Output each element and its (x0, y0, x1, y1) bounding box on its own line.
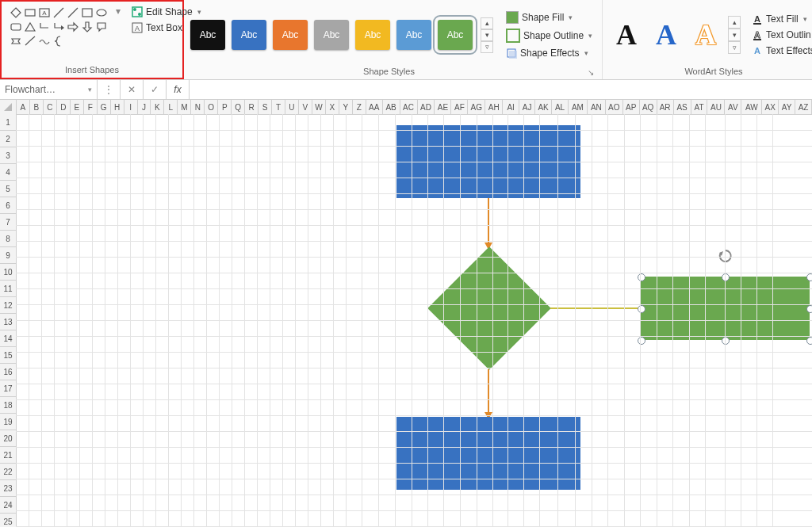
column-header-AN[interactable]: AN (588, 100, 606, 114)
column-header-Q[interactable]: Q (232, 100, 245, 114)
shape-gallery-item-ellipse[interactable] (95, 6, 108, 19)
wordart-style-1[interactable]: A (609, 16, 644, 54)
shape-gallery-item-wave[interactable] (38, 35, 51, 48)
shape-fill-button[interactable]: Shape Fill ▾ (503, 10, 596, 25)
formula-accept-button[interactable]: ✓ (144, 80, 167, 99)
row-header-17[interactable]: 17 (0, 380, 16, 397)
row-header-16[interactable]: 16 (0, 364, 16, 380)
column-header-O[interactable]: O (205, 100, 218, 114)
row-header-20[interactable]: 20 (0, 430, 16, 447)
column-header-AQ[interactable]: AQ (640, 100, 657, 114)
row-header-9[interactable]: 9 (0, 247, 16, 264)
shape-effects-button[interactable]: Shape Effects ▾ (503, 46, 596, 60)
shape-gallery-item-line[interactable] (67, 6, 79, 19)
wordart-scroll-down[interactable]: ▾ (728, 29, 741, 41)
row-header-2[interactable]: 2 (0, 131, 16, 147)
selection-handle-bl[interactable] (638, 337, 645, 345)
shape-gallery-item-curve[interactable] (24, 35, 36, 48)
shape-gallery-item-line[interactable] (52, 6, 65, 19)
row-header-25[interactable]: 25 (0, 514, 16, 527)
name-box[interactable]: Flowchart… ▾ (0, 80, 98, 99)
column-header-Z[interactable]: Z (353, 100, 366, 114)
row-header-24[interactable]: 24 (0, 497, 16, 514)
column-header-M[interactable]: M (178, 100, 191, 114)
shape-style-scroll-down[interactable]: ▾ (481, 29, 493, 41)
column-header-AB[interactable]: AB (383, 100, 400, 114)
column-header-AA[interactable]: AA (366, 100, 383, 114)
column-header-AP[interactable]: AP (623, 100, 640, 114)
row-header-8[interactable]: 8 (0, 231, 16, 247)
column-header-T[interactable]: T (272, 100, 285, 114)
column-header-AG[interactable]: AG (468, 100, 485, 114)
shape-gallery-more[interactable]: ▾ (114, 5, 122, 17)
column-header-AJ[interactable]: AJ (519, 100, 535, 114)
shape-gallery-item-rectangle-outline[interactable] (81, 6, 94, 19)
row-header-5[interactable]: 5 (0, 181, 16, 197)
row-header-14[interactable]: 14 (0, 330, 16, 347)
formula-cancel-button[interactable]: ✕ (121, 80, 144, 99)
shape-gallery-item-text-box[interactable]: A (38, 6, 51, 19)
shape-gallery-item-callout[interactable] (95, 21, 108, 33)
selection-handle-mr[interactable] (806, 305, 812, 313)
shape-gallery-item-rounded-rect[interactable] (10, 21, 22, 33)
row-header-4[interactable]: 4 (0, 164, 16, 181)
formula-dots-button[interactable]: ⋮ (98, 80, 121, 99)
selection-handle-br[interactable] (806, 337, 812, 345)
column-header-G[interactable]: G (98, 100, 111, 114)
column-header-AO[interactable]: AO (606, 100, 623, 114)
insert-function-button[interactable]: fx (167, 80, 190, 99)
column-header-W[interactable]: W (312, 100, 326, 114)
selection-handle-bc[interactable] (722, 337, 730, 345)
wordart-gallery-more[interactable]: ▿ (728, 41, 741, 54)
shape-gallery[interactable]: A (8, 5, 109, 49)
shape-gallery-item-rectangle[interactable] (24, 6, 36, 19)
row-header-12[interactable]: 12 (0, 297, 16, 314)
column-header-AE[interactable]: AE (435, 100, 451, 114)
wordart-scroll-up[interactable]: ▴ (728, 16, 741, 29)
column-header-AM[interactable]: AM (569, 100, 588, 114)
flowchart-connector-2[interactable] (488, 369, 489, 412)
cell-grid[interactable] (16, 114, 812, 527)
shape-style-thumb-5[interactable]: Abc (355, 20, 390, 50)
column-header-AS[interactable]: AS (674, 100, 691, 114)
row-header-6[interactable]: 6 (0, 197, 16, 214)
shape-gallery-item-down-arrow[interactable] (81, 21, 94, 33)
row-header-22[interactable]: 22 (0, 464, 16, 480)
wordart-style-2[interactable]: A (649, 16, 684, 54)
row-header-13[interactable]: 13 (0, 314, 16, 330)
shape-style-gallery-more[interactable]: ▿ (481, 41, 493, 53)
shape-style-scroll-up[interactable]: ▴ (481, 17, 493, 29)
shape-gallery-item-brace[interactable] (52, 35, 65, 48)
column-header-C[interactable]: C (44, 100, 57, 114)
column-header-X[interactable]: X (326, 100, 339, 114)
column-header-B[interactable]: B (30, 100, 44, 114)
row-header-1[interactable]: 1 (0, 114, 16, 131)
column-header-AV[interactable]: AV (725, 100, 741, 114)
row-header-10[interactable]: 10 (0, 264, 16, 281)
row-header-7[interactable]: 7 (0, 214, 16, 231)
column-header-AY[interactable]: AY (779, 100, 795, 114)
selection-handle-tc[interactable] (722, 273, 730, 281)
shape-style-thumb-2[interactable]: Abc (232, 20, 266, 50)
text-fill-button[interactable]: A Text Fill ▾ (749, 12, 812, 26)
column-header-H[interactable]: H (111, 100, 124, 114)
column-header-AT[interactable]: AT (691, 100, 708, 114)
row-header-3[interactable]: 3 (0, 147, 16, 164)
shape-style-thumb-1[interactable]: Abc (190, 20, 225, 50)
column-header-I[interactable]: I (124, 100, 138, 114)
column-header-Y[interactable]: Y (339, 100, 353, 114)
flowchart-connector-1[interactable] (488, 198, 489, 242)
shape-gallery-item-triangle[interactable] (24, 21, 36, 33)
select-all-corner[interactable] (0, 100, 17, 114)
shape-styles-dialog-launcher[interactable]: ↘ (588, 68, 596, 77)
row-header-11[interactable]: 11 (0, 281, 16, 297)
shape-style-thumb-3[interactable]: Abc (273, 20, 308, 50)
column-header-AC[interactable]: AC (400, 100, 418, 114)
row-header-21[interactable]: 21 (0, 447, 16, 464)
column-header-J[interactable]: J (138, 100, 151, 114)
column-header-D[interactable]: D (57, 100, 71, 114)
selection-handle-tl[interactable] (638, 273, 645, 281)
column-header-AI[interactable]: AI (503, 100, 519, 114)
selection-handle-ml[interactable] (638, 305, 645, 313)
formula-input[interactable] (190, 80, 812, 99)
